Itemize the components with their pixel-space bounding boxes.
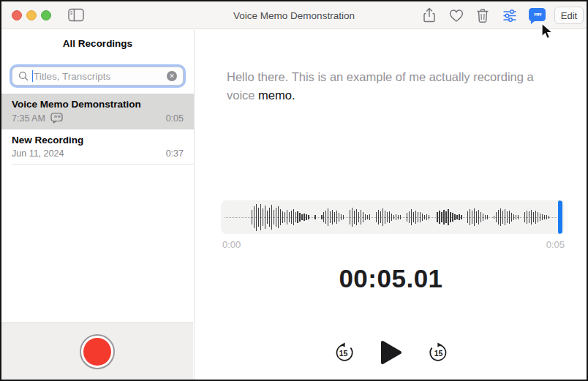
share-icon[interactable] bbox=[421, 7, 437, 23]
record-button[interactable] bbox=[80, 334, 115, 369]
heart-icon[interactable] bbox=[448, 7, 464, 23]
recording-title: New Recording bbox=[12, 135, 184, 146]
waveform[interactable] bbox=[221, 200, 565, 234]
transcript-badge-icon: ”” bbox=[50, 113, 63, 124]
search-icon bbox=[18, 71, 29, 81]
transcript-toggle-button[interactable]: ”” bbox=[529, 8, 546, 21]
elapsed-time-display: 00:05.01 bbox=[195, 264, 587, 293]
clear-search-icon[interactable]: ✕ bbox=[167, 71, 177, 81]
record-area bbox=[1, 322, 193, 380]
skip-back-seconds-label: 15 bbox=[333, 349, 354, 358]
transcript-text: Hello there. This is an example of me ac… bbox=[227, 68, 562, 105]
search-field[interactable]: ✕ bbox=[12, 67, 184, 86]
list-item-voice-memo-demonstration[interactable]: Voice Memo Demonstration 7:35 AM ”” 0:05 bbox=[1, 94, 194, 129]
title-bar: Voice Memo Demonstration bbox=[1, 1, 587, 29]
voice-memos-window: Voice Memo Demonstration bbox=[0, 0, 588, 381]
sidebar-header: All Recordings bbox=[1, 38, 194, 49]
edit-button-label: Edit bbox=[561, 10, 577, 21]
list-item-new-recording[interactable]: New Recording Jun 11, 2024 0:37 bbox=[1, 129, 194, 165]
recording-duration: 0:05 bbox=[166, 113, 184, 124]
sidebar: All Recordings ✕ Voice Memo Demonstratio… bbox=[1, 30, 195, 380]
transcript-current-word: memo. bbox=[258, 88, 295, 102]
skip-back-15-button[interactable]: 15 bbox=[333, 342, 354, 363]
row-divider bbox=[12, 164, 194, 165]
text-caret bbox=[32, 70, 33, 82]
play-button[interactable] bbox=[380, 340, 402, 365]
playback-controls: 15 15 bbox=[195, 340, 587, 365]
skip-forward-15-button[interactable]: 15 bbox=[429, 342, 449, 363]
playhead-handle[interactable] bbox=[558, 200, 562, 234]
sliders-icon[interactable] bbox=[502, 7, 518, 23]
quote-bubble-icon: ”” bbox=[534, 13, 541, 20]
skip-forward-seconds-label: 15 bbox=[429, 349, 449, 358]
waveform-bars bbox=[225, 200, 554, 234]
trash-icon[interactable] bbox=[475, 7, 491, 23]
recording-duration: 0:37 bbox=[166, 148, 184, 159]
window-title: Voice Memo Demonstration bbox=[1, 1, 587, 29]
waveform-start-time: 0:00 bbox=[222, 239, 241, 250]
svg-text:””: ”” bbox=[53, 113, 61, 121]
recording-title: Voice Memo Demonstration bbox=[12, 99, 184, 110]
search-input[interactable] bbox=[34, 71, 167, 82]
recording-date: Jun 11, 2024 bbox=[12, 148, 64, 159]
recording-time: 7:35 AM bbox=[12, 113, 45, 124]
waveform-end-time: 0:05 bbox=[546, 239, 565, 250]
player-panel: Hello there. This is an example of me ac… bbox=[195, 30, 587, 380]
record-dot-icon bbox=[83, 338, 111, 366]
recordings-list: Voice Memo Demonstration 7:35 AM ”” 0:05… bbox=[1, 94, 194, 165]
edit-button[interactable]: Edit bbox=[554, 7, 584, 24]
